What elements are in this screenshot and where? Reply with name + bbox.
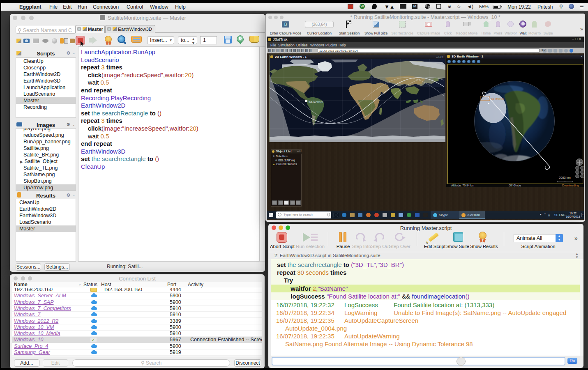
svg-text:2083 km: 2083 km — [559, 176, 571, 179]
svg-text:ISS (ZARYA): ISS (ZARYA) — [309, 101, 323, 103]
svg-text:ISS (ZARYA): ISS (ZARYA) — [491, 98, 504, 100]
